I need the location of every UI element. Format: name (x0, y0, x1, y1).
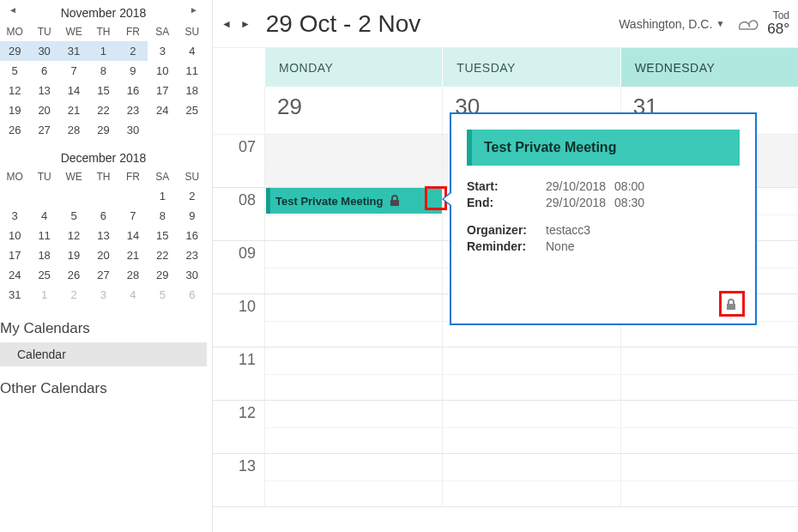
time-slot[interactable] (620, 454, 798, 506)
other-calendars-heading[interactable]: Other Calendars (0, 373, 207, 402)
mini-cal-day[interactable]: 5 (0, 61, 29, 81)
mini-cal-day[interactable]: 31 (59, 41, 88, 61)
mini-cal-next-icon[interactable]: ► (190, 5, 198, 15)
mini-cal-day[interactable]: 5 (59, 206, 88, 226)
mini-cal-day[interactable]: 17 (0, 245, 29, 265)
mini-cal-day[interactable]: 7 (118, 206, 148, 226)
mini-cal-day[interactable]: 4 (29, 206, 58, 226)
mini-cal-day[interactable]: 27 (88, 265, 118, 285)
mini-cal-day[interactable]: 6 (88, 206, 118, 226)
mini-cal-day[interactable]: 27 (29, 120, 58, 140)
mini-cal-day[interactable]: 20 (88, 245, 118, 265)
sidebar: ◄ November 2018 ► MOTUWETHFRSASU 2930311… (0, 0, 213, 532)
mini-cal-day[interactable]: 3 (0, 206, 29, 226)
time-slot[interactable] (620, 348, 798, 400)
my-calendars-heading[interactable]: My Calendars (0, 313, 207, 342)
mini-cal-day[interactable]: 18 (178, 81, 207, 100)
tooltip-start-time: 08:00 (614, 179, 644, 193)
mini-cal-day[interactable]: 2 (118, 41, 148, 61)
next-week-icon[interactable]: ► (240, 18, 251, 30)
mini-cal-day (59, 186, 88, 206)
time-slot[interactable] (442, 348, 620, 400)
day-header-tuesday[interactable]: TUESDAY (442, 48, 620, 87)
hour-label: 11 (213, 348, 264, 400)
mini-cal-day[interactable]: 26 (0, 120, 29, 140)
mini-cal-day[interactable]: 3 (88, 285, 118, 305)
mini-cal-day[interactable]: 5 (148, 285, 177, 305)
mini-cal-day[interactable]: 4 (178, 41, 207, 61)
mini-cal-day[interactable]: 14 (59, 81, 88, 100)
mini-cal-day[interactable]: 14 (118, 226, 148, 245)
mini-cal-day[interactable]: 31 (0, 285, 29, 305)
mini-cal-day[interactable]: 30 (178, 265, 207, 285)
mini-cal-day[interactable]: 23 (118, 100, 148, 120)
mini-cal-day[interactable]: 20 (29, 100, 58, 120)
mini-cal-day[interactable]: 11 (29, 226, 58, 245)
mini-cal-day[interactable]: 3 (148, 41, 177, 61)
calendar-list-item[interactable]: Calendar (0, 342, 207, 366)
mini-cal-dow: SU (178, 167, 207, 186)
mini-cal-prev-icon[interactable]: ◄ (9, 5, 17, 15)
mini-cal-day[interactable]: 1 (88, 41, 118, 61)
mini-cal-day[interactable]: 21 (118, 245, 148, 265)
time-slot[interactable] (264, 454, 442, 506)
time-slot[interactable] (442, 401, 620, 453)
mini-cal-day[interactable]: 29 (88, 120, 118, 140)
mini-cal-day[interactable]: 25 (29, 265, 58, 285)
mini-cal-day[interactable]: 12 (59, 226, 88, 245)
mini-cal-day[interactable]: 7 (59, 61, 88, 81)
time-slot[interactable] (442, 454, 620, 506)
mini-cal-day[interactable]: 23 (178, 245, 207, 265)
time-slot[interactable] (264, 135, 442, 187)
mini-cal-day[interactable]: 29 (0, 41, 29, 61)
day-header-monday[interactable]: MONDAY (264, 48, 442, 87)
mini-cal-day[interactable]: 28 (59, 120, 88, 140)
mini-cal-day[interactable]: 25 (178, 100, 207, 120)
mini-cal-day[interactable]: 16 (178, 226, 207, 245)
time-slot[interactable] (620, 401, 798, 453)
mini-cal-day[interactable]: 22 (148, 245, 177, 265)
mini-cal-day[interactable]: 13 (88, 226, 118, 245)
time-slot[interactable] (264, 348, 442, 400)
mini-cal-day[interactable]: 18 (29, 245, 58, 265)
mini-cal-day[interactable]: 19 (0, 100, 29, 120)
prev-week-icon[interactable]: ◄ (221, 18, 232, 30)
mini-cal-day[interactable]: 6 (29, 61, 58, 81)
mini-cal-day[interactable]: 26 (59, 265, 88, 285)
calendar-event[interactable]: Test Private Meeting (266, 188, 442, 214)
mini-cal-day[interactable]: 9 (118, 61, 148, 81)
mini-cal-day[interactable]: 30 (29, 41, 58, 61)
mini-cal-day[interactable]: 8 (148, 206, 177, 226)
mini-cal-day[interactable]: 28 (118, 265, 148, 285)
time-slot[interactable] (264, 241, 442, 293)
mini-cal-day[interactable]: 10 (148, 61, 177, 81)
mini-cal-day[interactable]: 6 (178, 285, 207, 305)
mini-cal-day[interactable]: 24 (0, 265, 29, 285)
mini-cal-day[interactable]: 16 (118, 81, 148, 100)
mini-cal-day[interactable]: 17 (148, 81, 177, 100)
time-slot[interactable] (264, 294, 442, 347)
day-header-wednesday[interactable]: WEDNESDAY (620, 48, 798, 87)
date-cell[interactable]: 29 (264, 87, 442, 134)
mini-cal-day[interactable]: 4 (118, 285, 148, 305)
mini-cal-day[interactable]: 15 (148, 226, 177, 245)
weather-widget[interactable]: Washington, D.C. ▼ Tod 68° (619, 10, 789, 38)
mini-cal-day[interactable]: 12 (0, 81, 29, 100)
mini-cal-day[interactable]: 30 (118, 120, 148, 140)
mini-cal-day[interactable]: 10 (0, 226, 29, 245)
mini-cal-day[interactable]: 8 (88, 61, 118, 81)
mini-cal-day[interactable]: 13 (29, 81, 58, 100)
mini-cal-day[interactable]: 29 (148, 265, 177, 285)
mini-cal-day[interactable]: 21 (59, 100, 88, 120)
mini-cal-day[interactable]: 2 (59, 285, 88, 305)
mini-cal-day[interactable]: 9 (178, 206, 207, 226)
mini-cal-day[interactable]: 11 (178, 61, 207, 81)
mini-cal-day[interactable]: 15 (88, 81, 118, 100)
mini-cal-day[interactable]: 22 (88, 100, 118, 120)
mini-cal-day[interactable]: 24 (148, 100, 177, 120)
mini-cal-day[interactable]: 2 (178, 186, 207, 206)
mini-cal-day[interactable]: 19 (59, 245, 88, 265)
time-slot[interactable] (264, 401, 442, 453)
mini-cal-day[interactable]: 1 (148, 186, 177, 206)
mini-cal-day[interactable]: 1 (29, 285, 58, 305)
